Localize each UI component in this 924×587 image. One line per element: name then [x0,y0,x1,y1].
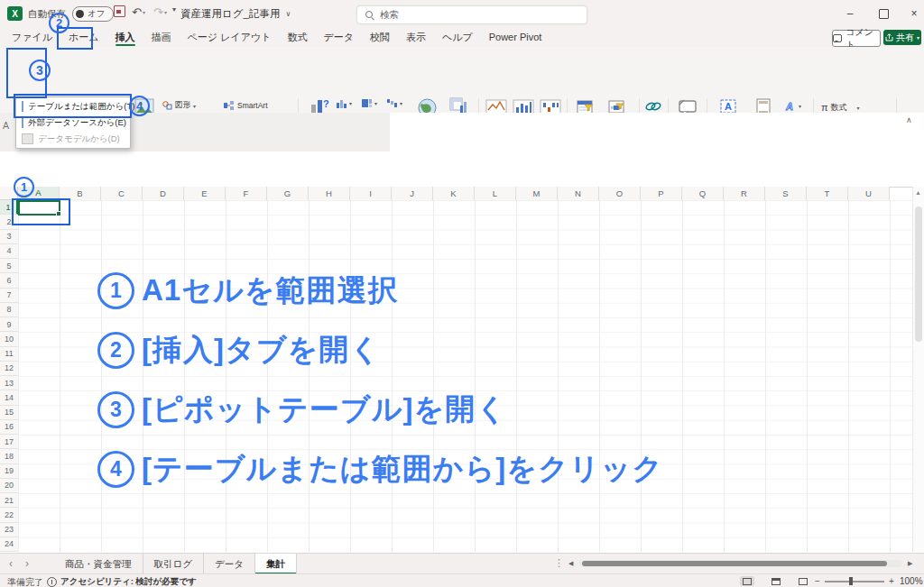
menu-tab-数式[interactable]: 数式 [279,27,315,47]
column-header-C[interactable]: C [101,187,143,200]
column-header-O[interactable]: O [599,187,641,200]
row-header-23[interactable]: 23 [0,523,18,537]
sheet-tab[interactable]: データ [204,554,255,574]
sheet-tab[interactable]: 取引ログ [143,554,205,574]
row-header-13[interactable]: 13 [0,376,18,390]
horizontal-scroll-thumb[interactable] [582,561,887,566]
sheet-nav-right-icon[interactable]: › [25,557,29,570]
column-header-H[interactable]: H [309,187,350,200]
zoom-level[interactable]: 100% [900,576,923,586]
fill-handle[interactable] [56,211,61,216]
equation-button[interactable]: π 数式 ▾ [821,101,860,114]
column-header-L[interactable]: L [475,187,516,200]
document-title[interactable]: 資産運用ログ_記事用 ∨ [180,7,291,21]
column-header-M[interactable]: M [516,187,558,200]
save-button[interactable] [114,5,125,17]
column-header-I[interactable]: I [350,187,392,200]
column-header-S[interactable]: S [765,187,807,200]
row-header-4[interactable]: 4 [0,244,18,259]
column-header-P[interactable]: P [641,187,682,200]
search-input[interactable]: 検索 [356,5,587,24]
row-header-1[interactable]: 1 [0,200,18,215]
page-layout-view-button[interactable] [769,576,783,586]
menu-tab-挿入[interactable]: 挿入 [107,27,143,47]
accessibility-status[interactable]: アクセシビリティ: 検討が必要です [47,576,197,587]
menu-tab-校閲[interactable]: 校閲 [362,27,398,47]
row-header-17[interactable]: 17 [0,435,18,449]
zoom-out-button[interactable]: − [815,576,820,586]
undo-button[interactable]: ↶▾ [132,5,145,19]
menu-tab-ヘルプ[interactable]: ヘルプ [434,27,481,47]
row-header-10[interactable]: 10 [0,332,18,346]
column-header-E[interactable]: E [184,187,226,200]
row-header-8[interactable]: 8 [0,303,18,317]
column-header-G[interactable]: G [267,187,309,200]
minimize-button[interactable]: – [835,0,865,27]
row-header-18[interactable]: 18 [0,449,18,463]
row-header-14[interactable]: 14 [0,390,18,405]
column-header-N[interactable]: N [558,187,599,200]
vertical-scroll-thumb[interactable] [915,206,922,342]
column-header-J[interactable]: J [392,187,433,200]
row-header-7[interactable]: 7 [0,289,18,303]
row-header-22[interactable]: 22 [0,508,18,522]
comments-button[interactable]: コメント [832,30,881,47]
row-header-24[interactable]: 24 [0,537,18,552]
hscroll-right-icon[interactable]: ▶ [908,560,912,567]
selected-cell-a1[interactable] [18,200,60,216]
menu-tab-Power Pivot[interactable]: Power Pivot [481,27,550,47]
column-header-Q[interactable]: Q [682,187,724,200]
zoom-slider-thumb[interactable] [849,577,853,585]
row-header-20[interactable]: 20 [0,479,18,493]
add-sheet-button[interactable]: + [271,556,285,571]
smartart-button[interactable]: SmartArt [224,99,268,112]
shapes-button[interactable]: 図形 ▾ [162,99,196,112]
menu-tab-描画[interactable]: 描画 [143,27,180,47]
column-header-F[interactable]: F [226,187,267,200]
column-header-R[interactable]: R [724,187,765,200]
row-header-11[interactable]: 11 [0,347,18,362]
qat-customize-button[interactable]: ▾ [172,5,176,14]
vertical-scrollbar[interactable]: ▲ [912,187,924,552]
wordart-button[interactable]: A ▾ [785,99,801,112]
splitter-dots-icon[interactable]: ⋮ [554,557,564,569]
row-header-9[interactable]: 9 [0,317,18,332]
sheet-nav-left-icon[interactable]: ‹ [9,557,13,570]
column-header-U[interactable]: U [848,187,890,200]
row-header-15[interactable]: 15 [0,406,18,420]
waterfall-chart-button[interactable]: ▾ [386,98,411,108]
sheet-tab[interactable]: 商品・資金管理 [54,554,143,574]
row-header-12[interactable]: 12 [0,362,18,376]
hscroll-left-icon[interactable]: ◀ [568,560,573,567]
row-header-16[interactable]: 16 [0,420,18,435]
restore-button[interactable] [868,0,899,27]
share-button[interactable]: 共有 ▾ [883,30,921,45]
menu-item-from-external-source[interactable]: 外部データソースから(E) [16,115,130,131]
scroll-up-icon[interactable]: ▲ [915,189,921,196]
formula-bar-expand-icon[interactable]: ∧ [906,115,912,124]
menu-tab-ページ レイアウト[interactable]: ページ レイアウト [180,27,280,47]
name-box[interactable]: A [3,120,9,131]
column-chart-button[interactable]: ▾ [336,98,361,108]
autosave-toggle[interactable]: オフ [72,6,114,22]
zoom-in-button[interactable]: + [889,576,894,586]
row-header-3[interactable]: 3 [0,230,18,244]
column-header-B[interactable]: B [60,187,101,200]
row-header-19[interactable]: 19 [0,464,18,479]
treemap-chart-button[interactable]: ▾ [361,98,386,108]
zoom-slider-track[interactable] [825,581,884,582]
column-header-T[interactable]: T [807,187,848,200]
close-button[interactable]: × [899,0,924,27]
row-header-6[interactable]: 6 [0,273,18,288]
redo-button[interactable]: ↷▾ [153,5,167,19]
sheet-grid[interactable] [18,200,913,552]
column-header-D[interactable]: D [143,187,184,200]
page-break-view-button[interactable] [796,576,810,586]
normal-view-button[interactable] [740,576,754,586]
menu-tab-表示[interactable]: 表示 [398,27,434,47]
column-header-K[interactable]: K [433,187,475,200]
menu-tab-データ[interactable]: データ [315,27,362,47]
row-header-2[interactable]: 2 [0,215,18,229]
menu-item-from-table-range[interactable]: テーブルまたは範囲から(T) [16,98,130,115]
menu-tab-ホーム[interactable]: ホーム [60,27,107,47]
